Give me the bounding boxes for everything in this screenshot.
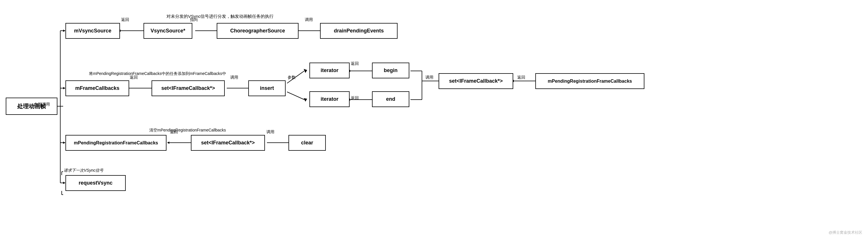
svg-marker-3	[63, 30, 65, 32]
request-vsync-box: requestVsync	[65, 175, 126, 191]
svg-marker-24	[304, 69, 307, 73]
mpending-reg-frame-callbacks2-box: mPendingRegistrationFrameCallbacks	[535, 73, 644, 89]
set-iframe-callback1-box: set<IFrameCallback*>	[152, 80, 225, 96]
label-return4: 返回	[351, 96, 359, 101]
mpending-reg-frame-callbacks1-box: mPendingRegistrationFrameCallbacks	[65, 135, 166, 151]
insert-box: insert	[248, 80, 286, 96]
label-mpending-top: 将mPendingRegistrationFrameCallbacks中的任务添…	[89, 71, 226, 77]
arrows-svg	[0, 0, 868, 238]
label-call3: 调用	[425, 75, 433, 80]
svg-marker-39	[167, 142, 169, 144]
iterator2-box: iterator	[309, 91, 350, 107]
diagram-container: 处理动画帧 mVsyncSource VsyncSource* Choreogr…	[0, 0, 868, 238]
label-return6: 返回	[170, 129, 178, 135]
label-point: 指向	[190, 17, 198, 22]
mvsync-source-box: mVsyncSource	[65, 23, 120, 39]
end-box: end	[372, 91, 409, 107]
label-call1: 调用	[305, 17, 313, 22]
set-iframe-callback3-box: set<IFrameCallback*>	[191, 135, 265, 151]
mframe-callbacks-box: mFrameCallbacks	[65, 80, 129, 96]
svg-marker-26	[304, 98, 307, 101]
label-return1: 返回	[121, 17, 129, 22]
choreographer-source-box: ChoreographerSource	[217, 23, 299, 39]
label-call2: 调用	[230, 75, 238, 80]
drain-pending-events-box: drainPendingEvents	[320, 23, 398, 39]
watermark: @搏士窝金技术社区	[829, 230, 862, 235]
begin-box: begin	[372, 63, 409, 78]
clear-box: clear	[288, 135, 326, 151]
label-call4: 调用	[267, 129, 274, 135]
label-request-note: 请求下一次VSync信号	[64, 168, 103, 173]
label-param: 参数	[288, 75, 296, 80]
svg-line-25	[287, 92, 304, 100]
label-clear-top: 清空mPendingRegistrationFrameCallbacks	[149, 128, 226, 133]
set-iframe-callback2-box: set<IFrameCallback*>	[439, 73, 513, 89]
svg-marker-9	[63, 142, 65, 144]
label-return5: 返回	[517, 75, 525, 80]
svg-marker-12	[63, 182, 65, 184]
label-vsync-top: 对未分发的VSync信号进行分发，触发动画帧任务的执行	[166, 14, 274, 19]
label-internal: 内部调用	[34, 102, 50, 107]
iterator1-box: iterator	[309, 63, 350, 78]
svg-marker-6	[63, 87, 65, 89]
label-return3: 返回	[351, 61, 359, 66]
label-return2: 返回	[130, 75, 138, 80]
vsync-source-ptr-box: VsyncSource*	[144, 23, 192, 39]
